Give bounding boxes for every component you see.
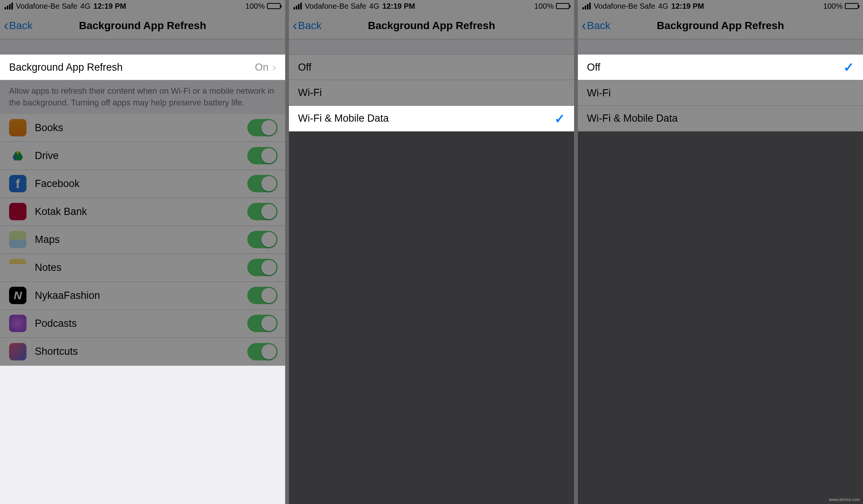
chevron-right-icon: ›: [272, 61, 276, 74]
app-label: Kotak Bank: [35, 206, 87, 218]
notes-icon: [9, 259, 26, 276]
app-row-facebook: f Facebook: [0, 170, 285, 198]
nav-title: Background App Refresh: [0, 20, 285, 32]
carrier-label: Vodafone-Be Safe: [594, 2, 655, 11]
signal-icon: [582, 3, 591, 9]
option-wifi[interactable]: Wi-Fi: [289, 80, 574, 106]
option-wifi-label: Wi-Fi: [298, 87, 322, 99]
option-wifi-mobile-label: Wi-Fi & Mobile Data: [587, 113, 678, 124]
app-label: Shortcuts: [35, 346, 78, 357]
option-off-label: Off: [298, 62, 312, 73]
checkmark-icon: ✓: [554, 111, 565, 126]
toggle-shortcuts[interactable]: [247, 343, 278, 360]
app-label: Facebook: [35, 178, 80, 190]
toggle-kotak[interactable]: [247, 203, 278, 220]
master-refresh-value: On: [255, 62, 269, 73]
drive-icon: [9, 147, 26, 164]
status-bar: Vodafone-Be Safe 4G 12:19 PM 100%: [0, 0, 285, 12]
shortcuts-icon: [9, 343, 26, 360]
back-label: Back: [587, 20, 610, 32]
screen-options-wifi-mobile: Vodafone-Be Safe 4G 12:19 PM 100% ‹ Back…: [289, 0, 574, 504]
option-wifi-mobile[interactable]: Wi-Fi & Mobile Data ✓: [289, 106, 574, 131]
carrier-label: Vodafone-Be Safe: [16, 2, 77, 11]
option-off[interactable]: Off: [289, 54, 574, 80]
chevron-left-icon: ‹: [4, 19, 8, 32]
books-icon: [9, 119, 26, 136]
battery-pct: 100%: [245, 2, 265, 11]
time-label: 12:19 PM: [382, 2, 415, 11]
option-wifi[interactable]: Wi-Fi: [578, 80, 863, 106]
carrier-label: Vodafone-Be Safe: [305, 2, 366, 11]
battery-pct: 100%: [823, 2, 843, 11]
screen-options-off: Vodafone-Be Safe 4G 12:19 PM 100% ‹ Back…: [578, 0, 863, 504]
time-label: 12:19 PM: [671, 2, 704, 11]
nav-title: Background App Refresh: [289, 20, 574, 32]
toggle-facebook[interactable]: [247, 175, 278, 192]
toggle-podcasts[interactable]: [247, 315, 278, 332]
network-label: 4G: [80, 2, 90, 11]
app-row-kotak: Kotak Bank: [0, 198, 285, 226]
app-label: Notes: [35, 262, 62, 274]
battery-icon: [267, 3, 281, 9]
facebook-icon: f: [9, 175, 26, 192]
signal-icon: [5, 3, 13, 9]
app-label: Drive: [35, 150, 59, 162]
option-wifi-mobile[interactable]: Wi-Fi & Mobile Data: [578, 106, 863, 131]
nav-bar: ‹ Back Background App Refresh: [578, 12, 863, 39]
back-label: Back: [298, 20, 321, 32]
toggle-nykaa[interactable]: [247, 287, 278, 304]
app-row-nykaa: N NykaaFashion: [0, 282, 285, 310]
battery-pct: 100%: [534, 2, 554, 11]
option-wifi-mobile-label: Wi-Fi & Mobile Data: [298, 113, 389, 124]
chevron-left-icon: ‹: [582, 19, 586, 32]
watermark: www.device.com: [829, 497, 860, 502]
app-label: NykaaFashion: [35, 290, 100, 301]
maps-icon: [9, 231, 26, 248]
app-row-books: Books: [0, 114, 285, 142]
app-row-podcasts: Podcasts: [0, 310, 285, 338]
nykaa-icon: N: [9, 287, 26, 304]
nav-bar: ‹ Back Background App Refresh: [0, 12, 285, 39]
master-refresh-cell[interactable]: Background App Refresh On ›: [0, 54, 285, 80]
podcasts-icon: [9, 315, 26, 332]
toggle-notes[interactable]: [247, 259, 278, 276]
back-button[interactable]: ‹ Back: [0, 19, 33, 32]
apps-list: Books Drive f Facebook Kotak Bank: [0, 114, 285, 366]
status-bar: Vodafone-Be Safe 4G 12:19 PM 100%: [578, 0, 863, 12]
option-off-label: Off: [587, 62, 601, 73]
back-button[interactable]: ‹ Back: [289, 19, 321, 32]
chevron-left-icon: ‹: [293, 19, 297, 32]
back-label: Back: [9, 20, 33, 32]
toggle-maps[interactable]: [247, 231, 278, 248]
app-row-maps: Maps: [0, 226, 285, 254]
nav-title: Background App Refresh: [578, 20, 863, 32]
battery-icon: [556, 3, 570, 9]
back-button[interactable]: ‹ Back: [578, 19, 610, 32]
network-label: 4G: [369, 2, 379, 11]
toggle-drive[interactable]: [247, 147, 278, 164]
master-refresh-label: Background App Refresh: [9, 62, 123, 73]
checkmark-icon: ✓: [843, 60, 854, 75]
time-label: 12:19 PM: [93, 2, 126, 11]
kotak-icon: [9, 203, 26, 220]
option-off[interactable]: Off ✓: [578, 54, 863, 80]
status-bar: Vodafone-Be Safe 4G 12:19 PM 100%: [289, 0, 574, 12]
nav-bar: ‹ Back Background App Refresh: [289, 12, 574, 39]
app-label: Maps: [35, 234, 60, 246]
signal-icon: [293, 3, 302, 9]
app-label: Podcasts: [35, 318, 77, 329]
app-label: Books: [35, 122, 63, 134]
app-row-shortcuts: Shortcuts: [0, 338, 285, 366]
battery-icon: [845, 3, 858, 9]
screen-settings-main: Vodafone-Be Safe 4G 12:19 PM 100% ‹ Back…: [0, 0, 285, 504]
app-row-drive: Drive: [0, 142, 285, 170]
section-footer: Allow apps to refresh their content when…: [0, 80, 285, 114]
option-wifi-label: Wi-Fi: [587, 87, 611, 99]
app-row-notes: Notes: [0, 254, 285, 282]
toggle-books[interactable]: [247, 119, 278, 136]
network-label: 4G: [658, 2, 668, 11]
